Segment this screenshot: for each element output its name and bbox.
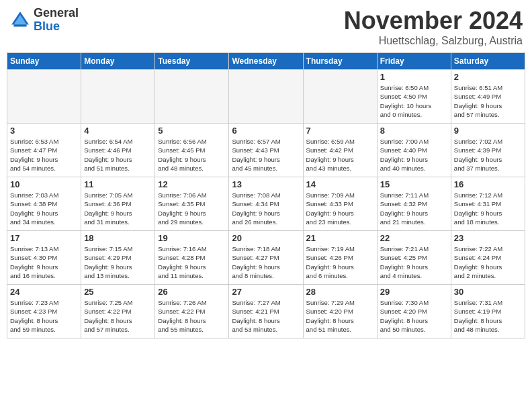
day-number: 3 bbox=[10, 126, 78, 136]
day-number: 13 bbox=[232, 179, 300, 189]
calendar-cell: 10Sunrise: 7:03 AM Sunset: 4:38 PM Dayli… bbox=[7, 177, 81, 231]
weekday-header-row: SundayMondayTuesdayWednesdayThursdayFrid… bbox=[7, 53, 525, 70]
logo-icon bbox=[9, 9, 31, 31]
day-number: 22 bbox=[380, 233, 448, 243]
day-info: Sunrise: 7:23 AM Sunset: 4:23 PM Dayligh… bbox=[10, 298, 78, 334]
day-number: 30 bbox=[454, 287, 522, 297]
day-info: Sunrise: 7:06 AM Sunset: 4:35 PM Dayligh… bbox=[158, 191, 226, 226]
day-info: Sunrise: 7:08 AM Sunset: 4:34 PM Dayligh… bbox=[232, 191, 300, 226]
calendar-cell: 8Sunrise: 7:00 AM Sunset: 4:40 PM Daylig… bbox=[377, 124, 451, 177]
calendar-cell: 11Sunrise: 7:05 AM Sunset: 4:36 PM Dayli… bbox=[81, 177, 155, 231]
day-number: 5 bbox=[158, 126, 226, 136]
weekday-header-thursday: Thursday bbox=[303, 53, 377, 70]
logo: General Blue bbox=[9, 7, 79, 34]
weekday-header-monday: Monday bbox=[81, 53, 155, 70]
day-info: Sunrise: 7:03 AM Sunset: 4:38 PM Dayligh… bbox=[10, 191, 78, 226]
weekday-header-saturday: Saturday bbox=[451, 53, 525, 70]
calendar-cell: 14Sunrise: 7:09 AM Sunset: 4:33 PM Dayli… bbox=[303, 177, 377, 231]
logo-general-label: General bbox=[34, 7, 79, 20]
weekday-header-wednesday: Wednesday bbox=[229, 53, 303, 70]
weekday-header-sunday: Sunday bbox=[7, 53, 81, 70]
calendar-cell: 27Sunrise: 7:27 AM Sunset: 4:21 PM Dayli… bbox=[229, 285, 303, 338]
calendar-cell: 15Sunrise: 7:11 AM Sunset: 4:32 PM Dayli… bbox=[377, 177, 451, 231]
calendar-week-5: 24Sunrise: 7:23 AM Sunset: 4:23 PM Dayli… bbox=[7, 285, 525, 338]
day-info: Sunrise: 6:59 AM Sunset: 4:42 PM Dayligh… bbox=[306, 137, 374, 173]
calendar-cell: 9Sunrise: 7:02 AM Sunset: 4:39 PM Daylig… bbox=[451, 124, 525, 177]
calendar-week-4: 17Sunrise: 7:13 AM Sunset: 4:30 PM Dayli… bbox=[7, 231, 525, 285]
day-number: 9 bbox=[454, 126, 522, 136]
day-info: Sunrise: 7:11 AM Sunset: 4:32 PM Dayligh… bbox=[380, 191, 448, 226]
calendar-cell: 18Sunrise: 7:15 AM Sunset: 4:29 PM Dayli… bbox=[81, 231, 155, 285]
day-info: Sunrise: 7:21 AM Sunset: 4:25 PM Dayligh… bbox=[380, 244, 448, 280]
day-info: Sunrise: 7:27 AM Sunset: 4:21 PM Dayligh… bbox=[232, 298, 300, 334]
day-info: Sunrise: 7:30 AM Sunset: 4:20 PM Dayligh… bbox=[380, 298, 448, 334]
day-number: 19 bbox=[158, 233, 226, 243]
calendar-cell: 25Sunrise: 7:25 AM Sunset: 4:22 PM Dayli… bbox=[81, 285, 155, 338]
day-info: Sunrise: 6:51 AM Sunset: 4:49 PM Dayligh… bbox=[454, 83, 522, 119]
title-block: November 2024 Huettschlag, Salzburg, Aus… bbox=[344, 7, 523, 47]
day-number: 21 bbox=[306, 233, 374, 243]
calendar-cell: 1Sunrise: 6:50 AM Sunset: 4:50 PM Daylig… bbox=[377, 70, 451, 124]
day-info: Sunrise: 7:29 AM Sunset: 4:20 PM Dayligh… bbox=[306, 298, 374, 334]
day-info: Sunrise: 6:53 AM Sunset: 4:47 PM Dayligh… bbox=[10, 137, 78, 173]
calendar-cell: 20Sunrise: 7:18 AM Sunset: 4:27 PM Dayli… bbox=[229, 231, 303, 285]
day-info: Sunrise: 7:15 AM Sunset: 4:29 PM Dayligh… bbox=[84, 244, 152, 280]
calendar-cell: 7Sunrise: 6:59 AM Sunset: 4:42 PM Daylig… bbox=[303, 124, 377, 177]
day-number: 17 bbox=[10, 233, 78, 243]
day-number: 6 bbox=[232, 126, 300, 136]
weekday-header-friday: Friday bbox=[377, 53, 451, 70]
calendar-cell: 30Sunrise: 7:31 AM Sunset: 4:19 PM Dayli… bbox=[451, 285, 525, 338]
calendar-cell bbox=[303, 70, 377, 124]
day-info: Sunrise: 7:02 AM Sunset: 4:39 PM Dayligh… bbox=[454, 137, 522, 173]
calendar-cell: 23Sunrise: 7:22 AM Sunset: 4:24 PM Dayli… bbox=[451, 231, 525, 285]
day-number: 16 bbox=[454, 179, 522, 189]
day-info: Sunrise: 7:16 AM Sunset: 4:28 PM Dayligh… bbox=[158, 244, 226, 280]
weekday-header-tuesday: Tuesday bbox=[155, 53, 229, 70]
day-info: Sunrise: 7:18 AM Sunset: 4:27 PM Dayligh… bbox=[232, 244, 300, 280]
day-number: 4 bbox=[84, 126, 152, 136]
day-info: Sunrise: 7:19 AM Sunset: 4:26 PM Dayligh… bbox=[306, 244, 374, 280]
day-info: Sunrise: 7:22 AM Sunset: 4:24 PM Dayligh… bbox=[454, 244, 522, 280]
calendar-cell bbox=[155, 70, 229, 124]
calendar-cell: 16Sunrise: 7:12 AM Sunset: 4:31 PM Dayli… bbox=[451, 177, 525, 231]
day-info: Sunrise: 7:25 AM Sunset: 4:22 PM Dayligh… bbox=[84, 298, 152, 334]
day-info: Sunrise: 7:13 AM Sunset: 4:30 PM Dayligh… bbox=[10, 244, 78, 280]
calendar-cell: 21Sunrise: 7:19 AM Sunset: 4:26 PM Dayli… bbox=[303, 231, 377, 285]
day-number: 15 bbox=[380, 179, 448, 189]
calendar-week-1: 1Sunrise: 6:50 AM Sunset: 4:50 PM Daylig… bbox=[7, 70, 525, 124]
calendar-week-2: 3Sunrise: 6:53 AM Sunset: 4:47 PM Daylig… bbox=[7, 124, 525, 177]
svg-rect-2 bbox=[13, 24, 26, 26]
day-number: 25 bbox=[84, 287, 152, 297]
calendar-cell: 29Sunrise: 7:30 AM Sunset: 4:20 PM Dayli… bbox=[377, 285, 451, 338]
calendar-cell: 26Sunrise: 7:26 AM Sunset: 4:22 PM Dayli… bbox=[155, 285, 229, 338]
day-info: Sunrise: 6:57 AM Sunset: 4:43 PM Dayligh… bbox=[232, 137, 300, 173]
day-number: 18 bbox=[84, 233, 152, 243]
calendar-cell: 28Sunrise: 7:29 AM Sunset: 4:20 PM Dayli… bbox=[303, 285, 377, 338]
day-info: Sunrise: 7:26 AM Sunset: 4:22 PM Dayligh… bbox=[158, 298, 226, 334]
day-number: 24 bbox=[10, 287, 78, 297]
day-number: 20 bbox=[232, 233, 300, 243]
day-number: 1 bbox=[380, 72, 448, 82]
calendar-cell bbox=[7, 70, 81, 124]
day-number: 10 bbox=[10, 179, 78, 189]
day-number: 27 bbox=[232, 287, 300, 297]
day-number: 29 bbox=[380, 287, 448, 297]
calendar-cell: 24Sunrise: 7:23 AM Sunset: 4:23 PM Dayli… bbox=[7, 285, 81, 338]
calendar-cell: 5Sunrise: 6:56 AM Sunset: 4:45 PM Daylig… bbox=[155, 124, 229, 177]
logo-blue-label: Blue bbox=[34, 20, 79, 34]
logo-text: General Blue bbox=[34, 7, 79, 34]
day-info: Sunrise: 7:05 AM Sunset: 4:36 PM Dayligh… bbox=[84, 191, 152, 226]
day-number: 8 bbox=[380, 126, 448, 136]
calendar-cell bbox=[229, 70, 303, 124]
calendar-cell: 22Sunrise: 7:21 AM Sunset: 4:25 PM Dayli… bbox=[377, 231, 451, 285]
day-info: Sunrise: 7:12 AM Sunset: 4:31 PM Dayligh… bbox=[454, 191, 522, 226]
day-number: 14 bbox=[306, 179, 374, 189]
calendar-cell: 6Sunrise: 6:57 AM Sunset: 4:43 PM Daylig… bbox=[229, 124, 303, 177]
day-number: 12 bbox=[158, 179, 226, 189]
day-info: Sunrise: 7:09 AM Sunset: 4:33 PM Dayligh… bbox=[306, 191, 374, 226]
day-info: Sunrise: 6:50 AM Sunset: 4:50 PM Dayligh… bbox=[380, 83, 448, 119]
calendar-cell: 17Sunrise: 7:13 AM Sunset: 4:30 PM Dayli… bbox=[7, 231, 81, 285]
day-number: 7 bbox=[306, 126, 374, 136]
day-number: 2 bbox=[454, 72, 522, 82]
calendar-cell: 19Sunrise: 7:16 AM Sunset: 4:28 PM Dayli… bbox=[155, 231, 229, 285]
